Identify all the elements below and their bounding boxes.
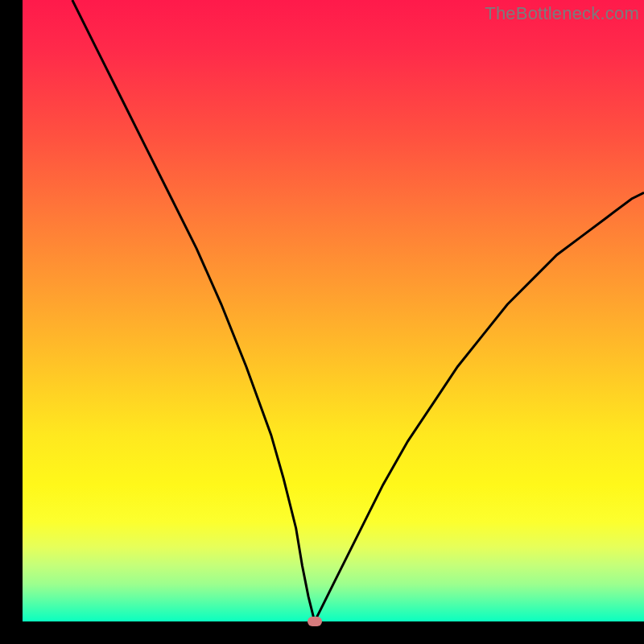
watermark-text: TheBottleneck.com <box>485 3 639 24</box>
curve-svg <box>23 0 644 621</box>
chart-canvas: TheBottleneck.com <box>0 0 644 644</box>
optimal-point-marker <box>308 617 322 626</box>
bottleneck-curve <box>72 0 644 621</box>
plot-area <box>23 0 644 621</box>
